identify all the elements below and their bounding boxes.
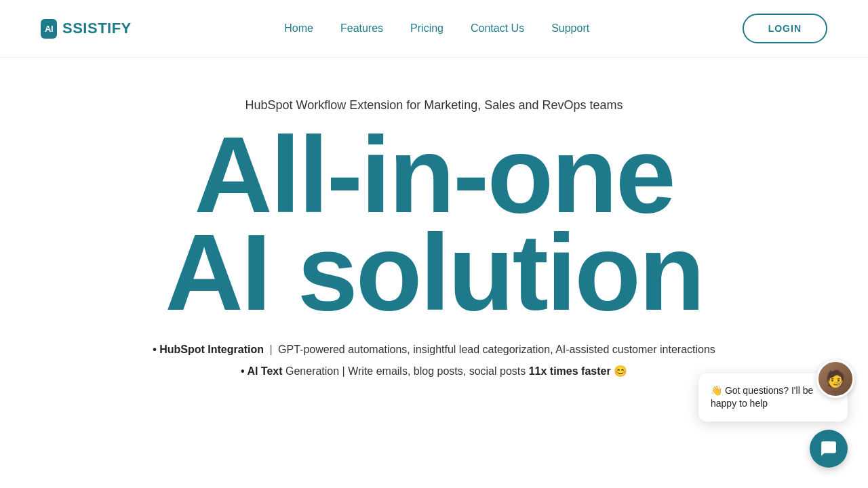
nav-features[interactable]: Features: [340, 22, 383, 35]
feature-2-bold: • AI Text: [241, 365, 283, 377]
logo[interactable]: AI SSISTIFY: [41, 19, 132, 39]
chat-emoji: 👋: [711, 385, 722, 396]
nav-support[interactable]: Support: [551, 22, 589, 35]
logo-icon: AI: [41, 19, 57, 39]
hero-title: All-in-one AI solution: [0, 126, 868, 321]
hero-line1: All-in-one: [0, 126, 868, 224]
chat-bubble: 🧑 × 👋 Got questions? I'll be happy to he…: [698, 373, 848, 422]
feature-1-bold: • HubSpot Integration: [153, 344, 264, 355]
feature-1-text: GPT-powered automations, insightful lead…: [278, 344, 715, 355]
nav-home[interactable]: Home: [284, 22, 313, 35]
nav-contact[interactable]: Contact Us: [471, 22, 524, 35]
hero-subtitle: HubSpot Workflow Extension for Marketing…: [0, 98, 868, 113]
chat-launcher-button[interactable]: [810, 430, 848, 468]
hero-line2: AI solution: [0, 224, 868, 321]
feature-item-1: • HubSpot Integration | GPT-powered auto…: [54, 342, 814, 358]
logo-text: SSISTIFY: [62, 20, 132, 37]
feature-2-suffix: 11x times faster 😊: [529, 365, 627, 377]
chat-close-button[interactable]: ×: [836, 379, 842, 390]
nav-pricing[interactable]: Pricing: [410, 22, 443, 35]
main-nav: Home Features Pricing Contact Us Support: [284, 22, 589, 35]
login-button[interactable]: LOGIN: [743, 14, 827, 43]
main-content: HubSpot Workflow Extension for Marketing…: [0, 58, 868, 380]
chat-launcher-icon: [820, 440, 837, 458]
header: AI SSISTIFY Home Features Pricing Contac…: [0, 0, 868, 58]
chat-text: Got questions? I'll be happy to help: [711, 385, 813, 409]
chat-widget: 🧑 × 👋 Got questions? I'll be happy to he…: [698, 373, 848, 468]
feature-2-text: Generation | Write emails, blog posts, s…: [285, 365, 529, 377]
chat-message: 👋 Got questions? I'll be happy to help: [711, 384, 835, 411]
